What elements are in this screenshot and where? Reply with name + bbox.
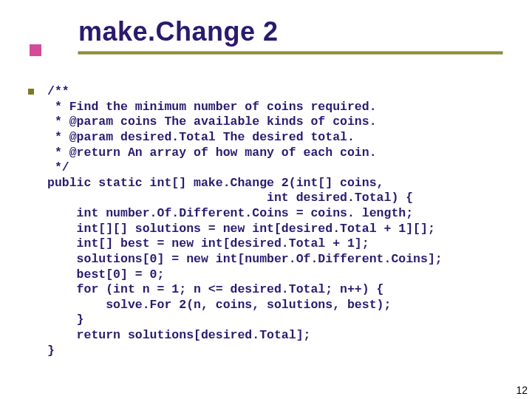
page-number: 12 [516,384,528,396]
title-underline [78,52,502,54]
slide: make.Change 2 /** * Find the minimum num… [0,0,532,399]
bullet-icon [28,89,34,95]
body: /** * Find the minimum number of coins r… [28,84,511,358]
slide-title: make.Change 2 [78,16,502,47]
code-block: /** * Find the minimum number of coins r… [47,84,511,358]
title-block: make.Change 2 [78,16,502,54]
accent-square-icon [30,44,41,56]
